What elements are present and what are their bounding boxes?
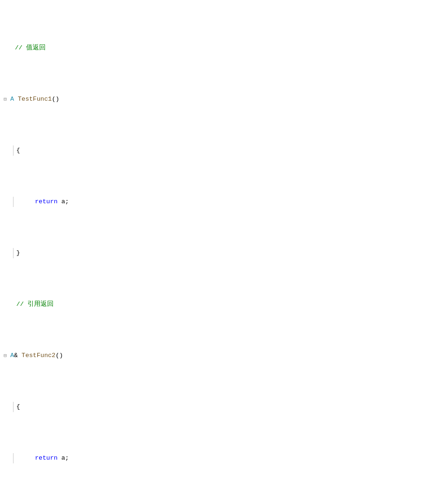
line-3: { xyxy=(0,145,448,156)
code-content: // 值返回 ⊟ A TestFunc1 () { return a; xyxy=(0,0,448,489)
line-4: return a; xyxy=(0,197,448,207)
line-8: { xyxy=(0,402,448,412)
collapse-icon-2[interactable]: ⊟ xyxy=(4,351,9,361)
line-9: return a; xyxy=(0,453,448,463)
line-5: } xyxy=(0,248,448,258)
code-editor[interactable]: // 值返回 ⊟ A TestFunc1 () { return a; xyxy=(0,0,448,489)
line-7: ⊟ A & TestFunc2 () xyxy=(0,351,448,361)
collapse-icon-1[interactable]: ⊟ xyxy=(4,94,9,104)
line-1: // 值返回 xyxy=(0,43,448,53)
line-6: // 引用返回 xyxy=(0,299,448,310)
line-2: ⊟ A TestFunc1 () xyxy=(0,94,448,104)
